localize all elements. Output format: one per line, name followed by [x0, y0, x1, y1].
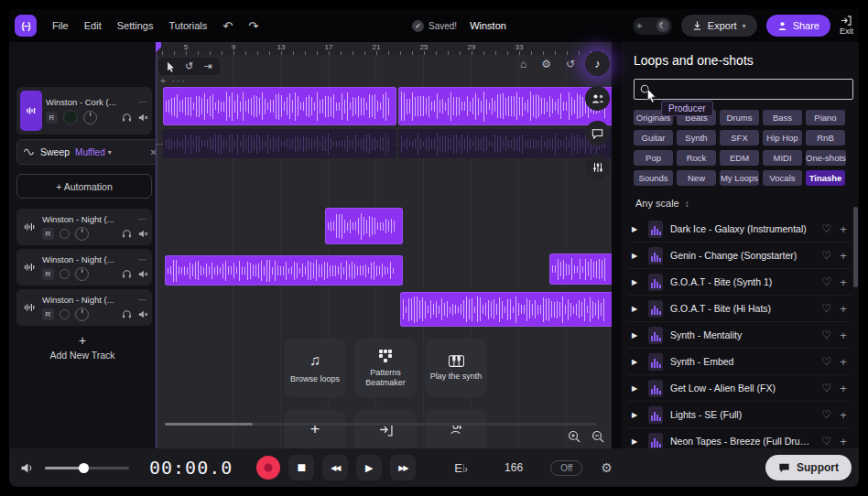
genre-tag-drums[interactable]: Drums [720, 110, 759, 125]
history-icon[interactable]: ↺ [566, 58, 575, 70]
timeline[interactable]: 59131721252933 ↺ ⇥ ⌂ ⚙ ↺ + ··· ♫ Browse [156, 42, 612, 448]
mute-icon[interactable] [137, 229, 148, 239]
favorite-icon[interactable]: ♡ [821, 355, 831, 368]
fast-forward-button[interactable]: ▶▶ [390, 455, 416, 480]
metronome-toggle[interactable]: Off [550, 460, 582, 476]
audio-clip[interactable] [549, 253, 612, 285]
menu-edit[interactable]: Edit [84, 20, 102, 31]
genre-tag-my-loops[interactable]: My Loops [720, 170, 759, 186]
mute-icon[interactable] [137, 309, 148, 319]
favorite-icon[interactable]: ♡ [821, 275, 831, 288]
exit-button[interactable]: Exit [840, 16, 855, 36]
home-icon[interactable]: ⌂ [520, 58, 526, 70]
track-menu-icon[interactable]: ⋯ [138, 254, 148, 264]
play-loop-icon[interactable]: ▶ [632, 384, 641, 393]
monitor-headphones-icon[interactable] [122, 113, 132, 123]
favorite-icon[interactable]: ♡ [821, 435, 831, 447]
add-new-track-button[interactable]: + Add New Track [9, 333, 156, 361]
favorite-icon[interactable]: ♡ [821, 302, 831, 315]
play-loop-icon[interactable]: ▶ [632, 225, 641, 233]
panel-scrollbar-thumb[interactable] [853, 207, 858, 287]
favorite-icon[interactable]: ♡ [821, 408, 831, 421]
genre-tag-rnb[interactable]: RnB [806, 130, 845, 146]
search-input[interactable] [656, 83, 847, 96]
loops-fab-button[interactable]: ♪ [585, 51, 610, 76]
play-loop-icon[interactable]: ▶ [632, 252, 641, 260]
tempo-button[interactable]: 166 [505, 461, 523, 474]
instrument-track-icon[interactable] [20, 91, 42, 131]
genre-tag-synth[interactable]: Synth [677, 130, 716, 146]
genre-tag-sfx[interactable]: SFX [720, 130, 759, 146]
add-loop-icon[interactable]: + [839, 355, 848, 369]
add-loop-icon[interactable]: + [839, 382, 848, 395]
scrollbar-thumb[interactable] [165, 423, 253, 426]
genre-tag-edm[interactable]: EDM [720, 150, 759, 166]
record-arm-button[interactable]: R [42, 308, 54, 320]
mixer-button[interactable] [585, 155, 610, 179]
search-box[interactable] [634, 79, 853, 100]
monitor-headphones-icon[interactable] [122, 269, 132, 279]
play-synth-card[interactable]: Play the synth [425, 339, 487, 397]
play-loop-icon[interactable]: ▶ [632, 411, 641, 419]
favorite-icon[interactable]: ♡ [821, 382, 831, 394]
rewind-button[interactable]: ◀◀ [322, 455, 348, 480]
monitor-headphones-icon[interactable] [122, 229, 132, 239]
volume-knob[interactable] [75, 267, 89, 281]
invite-musician-button[interactable] [425, 410, 487, 448]
add-loop-icon[interactable]: + [839, 249, 848, 263]
genre-tag-bass[interactable]: Bass [763, 110, 802, 125]
effect-preset[interactable]: Muffled▾ [75, 147, 112, 157]
key-signature-button[interactable]: E♭ [454, 461, 468, 475]
redo-icon[interactable]: ↷ [248, 19, 258, 33]
loop-item[interactable]: ▶G.O.A.T - Bite (Hi Hats)♡+ [628, 296, 852, 322]
play-loop-icon[interactable]: ▶ [632, 358, 641, 366]
genre-tag-pop[interactable]: Pop [634, 150, 673, 166]
avatar[interactable] [63, 110, 78, 124]
menu-file[interactable]: File [52, 20, 69, 31]
collaborators-button[interactable] [585, 86, 610, 111]
track-menu-icon[interactable]: ⋯ [138, 97, 148, 107]
audio-clip[interactable] [400, 292, 612, 327]
play-loop-icon[interactable]: ▶ [632, 278, 641, 286]
add-loop-icon[interactable]: + [839, 329, 848, 342]
mute-icon[interactable] [137, 269, 148, 279]
loop-item[interactable]: ▶Genin - Change (Songstarter)♡+ [628, 243, 852, 269]
track-menu-icon[interactable]: ⋯ [138, 295, 148, 305]
audio-clip[interactable] [163, 129, 396, 158]
genre-tag-rock[interactable]: Rock [677, 150, 716, 166]
menu-tutorials[interactable]: Tutorials [168, 20, 207, 31]
genre-tag-guitar[interactable]: Guitar [634, 130, 673, 146]
record-arm-button[interactable]: R [42, 268, 54, 280]
loop-item[interactable]: ▶Lights - SE (Full)♡+ [628, 402, 852, 428]
settings-gear-icon[interactable]: ⚙ [601, 460, 613, 475]
favorite-icon[interactable]: ♡ [821, 249, 831, 262]
add-loop-icon[interactable]: + [839, 408, 848, 422]
track-menu-icon[interactable]: ⋯ [138, 214, 148, 224]
track-row[interactable]: Winston - Cork (... ⋯ R [16, 87, 152, 135]
add-loop-icon[interactable]: + [839, 302, 848, 316]
horizontal-scrollbar[interactable] [165, 423, 597, 426]
genre-tag-new[interactable]: New [677, 170, 716, 186]
play-loop-icon[interactable]: ▶ [632, 437, 641, 446]
genre-tag-piano[interactable]: Piano [806, 110, 845, 125]
import-button[interactable] [354, 410, 417, 448]
audio-clip[interactable] [163, 87, 396, 125]
patterns-beatmaker-card[interactable]: Patterns Beatmaker [354, 339, 417, 397]
monitor-headphones-icon[interactable] [122, 309, 132, 319]
volume-slider[interactable] [45, 467, 129, 469]
menu-settings[interactable]: Settings [117, 20, 154, 31]
effect-chip[interactable]: Sweep Muffled▾ ✕ [16, 139, 165, 165]
volume-knob[interactable] [83, 111, 97, 124]
genre-tag-tinashe[interactable]: Tinashe [806, 170, 845, 186]
pan-knob[interactable] [60, 229, 70, 239]
genre-tag-sounds[interactable]: Sounds [634, 170, 673, 186]
genre-tag-hip-hop[interactable]: Hip Hop [763, 130, 802, 146]
browse-loops-card[interactable]: ♫ Browse loops [284, 339, 346, 397]
pointer-tool-icon[interactable] [167, 61, 175, 72]
timeline-ruler[interactable]: 59131721252933 [156, 42, 612, 55]
export-button[interactable]: Export ▾ [681, 15, 757, 37]
app-logo[interactable]: (–) [15, 15, 37, 37]
audio-clip[interactable] [398, 87, 612, 125]
pan-knob[interactable] [60, 269, 70, 279]
volume-knob[interactable] [75, 227, 89, 241]
